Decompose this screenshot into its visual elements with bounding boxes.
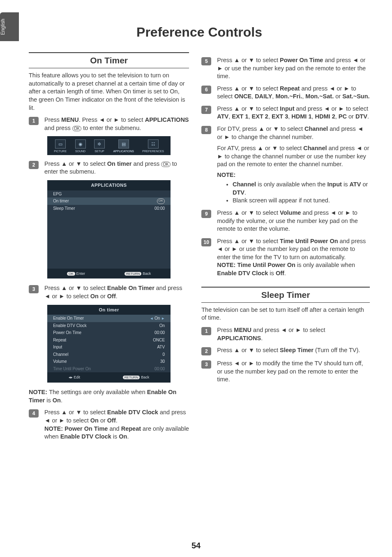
ok-icon: OK [161, 162, 170, 167]
step-badge: 5 [201, 57, 211, 65]
osd-menubar: ▭PICTURE ◉SOUND ✲SETUP ▤APPLICATIONS ☷PR… [47, 136, 171, 155]
page-number: 54 [0, 541, 392, 550]
picture-icon: ▭ [55, 139, 66, 149]
step-7: 7 Press ▲ or ▼ to select Input and press… [201, 105, 370, 121]
sleep-step-3: 3 Press ◄ or ► to modify the time the TV… [201, 360, 370, 384]
setup-icon: ✲ [94, 139, 105, 149]
step-4: 4 Press ▲ or ▼ to select Enable DTV Cloc… [29, 408, 189, 441]
step-badge: 10 [201, 238, 211, 246]
step-badge: 6 [201, 86, 211, 94]
osd-applications: APPLICATIONS EPG On timerOK Sleep Timer0… [47, 180, 171, 279]
language-tab: English [0, 12, 19, 41]
step-1: 1 Press MENU. Press ◄ or ► to select APP… [29, 116, 189, 132]
step-5: 5 Press ▲ or ▼ to select Power On Time a… [201, 56, 370, 81]
step-9: 9 Press ▲ or ▼ to select Volume and pres… [201, 209, 370, 233]
step-10: 10 Press ▲ or ▼ to select Time Until Pow… [201, 237, 370, 278]
sound-icon: ◉ [75, 139, 86, 149]
step-badge: 2 [29, 161, 39, 169]
step-badge: 7 [201, 106, 211, 114]
step-badge: 4 [29, 409, 39, 418]
edit-icon: ◂▸ [69, 375, 73, 379]
step-badge: 1 [29, 117, 39, 125]
step-badge: 1 [201, 327, 211, 335]
sleep-step-2: 2 Press ▲ or ▼ to select Sleep Timer (Tu… [201, 346, 370, 355]
on-timer-heading: On Timer [29, 52, 189, 68]
on-timer-intro: This feature allows you to set the telev… [29, 72, 189, 112]
step-badge: 8 [201, 126, 211, 134]
note-step3: NOTE: The settings are only available wh… [29, 388, 189, 404]
step-badge: 3 [29, 285, 39, 293]
osd-on-timer: On timer Enable On Timer◄ On ► Enable DT… [47, 305, 171, 383]
sleep-timer-heading: Sleep Timer [201, 287, 370, 303]
page-title: Preference Controls [29, 25, 370, 40]
sleep-step-1: 1 Press MENU and press ◄ or ► to select … [201, 326, 370, 342]
step-badge: 3 [201, 360, 211, 369]
step-2: 2 Press ▲ or ▼ to select On timer and pr… [29, 160, 189, 176]
sleep-intro: The television can be set to turn itself… [201, 306, 370, 322]
step-badge: 2 [201, 347, 211, 355]
step-8: 8 For DTV, press ▲ or ▼ to select Channe… [201, 125, 370, 205]
left-column: On Timer This feature allows you to set … [29, 52, 189, 445]
step-6: 6 Press ▲ or ▼ to select Repeat and pres… [201, 85, 370, 101]
preferences-icon: ☷ [148, 139, 159, 149]
right-column: 5 Press ▲ or ▼ to select Power On Time a… [201, 52, 370, 445]
applications-icon: ▤ [118, 139, 129, 149]
page-content: Preference Controls On Timer This featur… [29, 16, 370, 445]
ok-icon: OK [72, 126, 81, 131]
step-3: 3 Press ▲ or ▼ to select Enable On Timer… [29, 284, 189, 300]
step-badge: 9 [201, 210, 211, 218]
